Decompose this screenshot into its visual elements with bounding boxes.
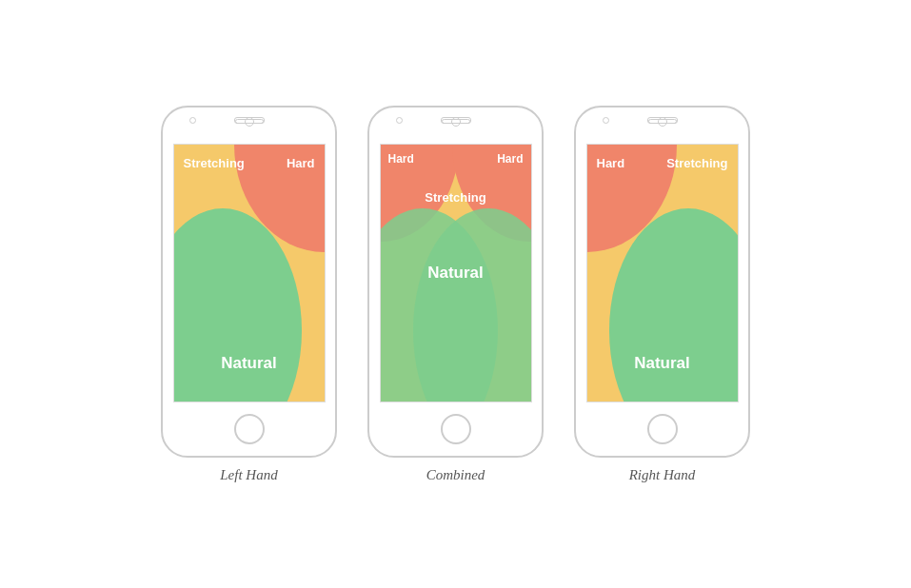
cb-screen: Hard Hard Stretching Natural	[381, 145, 531, 402]
screen-right-hand: Hard Stretching Natural	[586, 144, 739, 402]
screen-left-hand: Stretching Hard Natural	[173, 144, 326, 402]
home-button-combined	[441, 414, 471, 444]
home-button-left	[234, 414, 265, 444]
main-container: Stretching Hard Natural Left Hand	[161, 106, 750, 483]
phone-top-combined	[369, 108, 542, 144]
phone-group-combined: Hard Hard Stretching Natural Combined	[367, 106, 544, 483]
phone-right-hand: Hard Stretching Natural	[574, 106, 750, 458]
phone-combined: Hard Hard Stretching Natural	[367, 106, 544, 458]
speaker-left	[235, 119, 264, 124]
phone-bottom-left	[163, 402, 335, 456]
rh-hard-label: Hard	[597, 156, 625, 170]
phone-left-hand: Stretching Hard Natural	[161, 106, 337, 458]
cb-natural-label: Natural	[381, 264, 531, 283]
speaker-combined	[442, 119, 470, 124]
rh-stretching-label: Stretching	[666, 156, 727, 170]
cb-hard-left-label: Hard	[388, 152, 414, 166]
lh-stretching-label: Stretching	[184, 156, 245, 170]
rh-natural-label: Natural	[587, 354, 738, 373]
lh-natural-label: Natural	[174, 354, 325, 373]
phone-top-right	[576, 108, 748, 144]
rh-screen: Hard Stretching Natural	[587, 145, 738, 402]
label-combined: Combined	[426, 467, 485, 483]
camera-left	[189, 117, 196, 124]
cb-stretching-label: Stretching	[381, 190, 531, 205]
lh-screen: Stretching Hard Natural	[174, 145, 325, 402]
speaker-right	[648, 119, 677, 124]
lh-hard-label: Hard	[287, 156, 315, 170]
phone-group-left-hand: Stretching Hard Natural Left Hand	[161, 106, 337, 483]
label-right-hand: Right Hand	[629, 467, 696, 483]
phone-top-left	[163, 108, 335, 144]
phone-bottom-right	[576, 402, 748, 456]
home-button-right	[647, 414, 678, 444]
phone-group-right-hand: Hard Stretching Natural Right Hand	[574, 106, 750, 483]
label-left-hand: Left Hand	[220, 467, 277, 483]
cb-hard-right-label: Hard	[497, 152, 523, 166]
phone-bottom-combined	[369, 402, 542, 456]
camera-combined	[396, 117, 403, 124]
camera-right	[603, 117, 609, 124]
screen-combined: Hard Hard Stretching Natural	[380, 144, 532, 402]
